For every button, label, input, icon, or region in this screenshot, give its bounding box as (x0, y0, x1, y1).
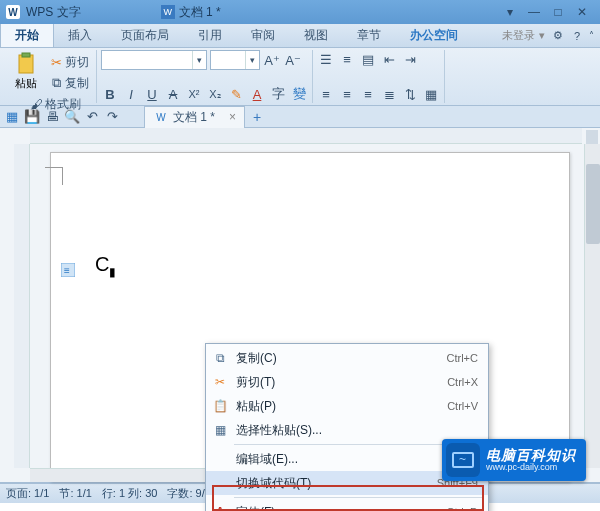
status-page[interactable]: 页面: 1/1 (6, 486, 49, 501)
scissors-icon: ✂ (212, 374, 228, 390)
login-area[interactable]: 未登录 ▾ ⚙ ? ˄ (496, 24, 600, 47)
dropdown-icon[interactable]: ▾ (498, 3, 522, 21)
shading-icon[interactable]: ▦ (422, 85, 440, 103)
equation-preview[interactable]: C▮ (95, 253, 116, 279)
tab-view[interactable]: 视图 (290, 24, 343, 47)
font-size-input[interactable] (211, 51, 245, 69)
superscript-icon[interactable]: X² (185, 85, 203, 103)
side-handle[interactable] (586, 130, 598, 144)
ctx-copy-shortcut: Ctrl+C (447, 352, 478, 364)
svg-rect-1 (22, 53, 30, 57)
document-area: ≡ C▮ ⧉ 复制(C) Ctrl+C ✂ 剪切(T) Ctrl+X 📋 粘贴(… (0, 128, 600, 483)
highlight-icon[interactable]: ✎ (227, 85, 245, 103)
italic-icon[interactable]: I (122, 85, 140, 103)
font-color-icon[interactable]: A (248, 85, 266, 103)
eq-base: C (95, 253, 109, 275)
margin-corner-icon (45, 167, 63, 185)
tab-section[interactable]: 章节 (343, 24, 396, 47)
phonetic-icon[interactable]: 變 (290, 85, 308, 103)
redo-icon[interactable]: ↷ (104, 109, 120, 125)
ctx-paste[interactable]: 📋 粘贴(P) Ctrl+V (206, 394, 488, 418)
align-left-icon[interactable]: ≡ (317, 85, 335, 103)
font-family-select[interactable]: ▾ (101, 50, 207, 70)
ctx-toggle-field-label: 切换域代码(T) (236, 475, 311, 492)
cut-button[interactable]: ✂ 剪切 (44, 52, 92, 72)
ctx-copy[interactable]: ⧉ 复制(C) Ctrl+C (206, 346, 488, 370)
numbered-list-icon[interactable]: ≡ (338, 50, 356, 68)
vertical-ruler[interactable] (14, 144, 30, 468)
maximize-button[interactable]: □ (546, 3, 570, 21)
indent-right-icon[interactable]: ⇥ (401, 50, 419, 68)
undo-icon[interactable]: ↶ (84, 109, 100, 125)
align-right-icon[interactable]: ≡ (359, 85, 377, 103)
increase-font-icon[interactable]: A⁺ (263, 51, 281, 69)
copy-button[interactable]: ⧉ 复制 (44, 73, 92, 93)
line-spacing-icon[interactable]: ⇅ (401, 85, 419, 103)
char-shading-icon[interactable]: 字 (269, 85, 287, 103)
copy-icon: ⧉ (212, 350, 228, 366)
decrease-font-icon[interactable]: A⁻ (284, 51, 302, 69)
help-icon[interactable]: ? (569, 28, 585, 44)
font-family-input[interactable] (102, 51, 192, 69)
quick-access-bar: ▦ 💾 🖶 🔍 ↶ ↷ W 文档 1 * × + (0, 106, 600, 128)
underline-icon[interactable]: U (143, 85, 161, 103)
document-icon: W (161, 5, 175, 19)
settings-icon[interactable]: ⚙ (553, 29, 563, 42)
ctx-paste-shortcut: Ctrl+V (447, 400, 478, 412)
multilevel-icon[interactable]: ▤ (359, 50, 377, 68)
svg-text:≡: ≡ (64, 265, 70, 276)
clipboard-group: 粘贴 ✂ 剪切 ⧉ 复制 🖌 格式刷 (4, 50, 97, 103)
tab-review[interactable]: 审阅 (237, 24, 290, 47)
collapse-ribbon-icon[interactable]: ˄ (589, 30, 594, 41)
dropdown-icon[interactable]: ▾ (192, 51, 206, 69)
horizontal-ruler[interactable] (30, 128, 582, 144)
indent-left-icon[interactable]: ⇤ (380, 50, 398, 68)
watermark-icon (446, 443, 480, 477)
login-dropdown-icon: ▾ (539, 29, 545, 42)
ctx-font-shortcut: Ctrl+D (447, 506, 478, 511)
close-button[interactable]: ✕ (570, 3, 594, 21)
add-tab-button[interactable]: + (253, 109, 261, 125)
dropdown-icon[interactable]: ▾ (245, 51, 259, 69)
minimize-button[interactable]: — (522, 3, 546, 21)
context-menu: ⧉ 复制(C) Ctrl+C ✂ 剪切(T) Ctrl+X 📋 粘贴(P) Ct… (205, 343, 489, 511)
ctx-cut-label: 剪切(T) (236, 374, 275, 391)
ctx-font-label: 字体(F)... (236, 504, 285, 512)
paste-icon: 📋 (212, 398, 228, 414)
tab-insert[interactable]: 插入 (54, 24, 107, 47)
document-title: 文档 1 * (179, 4, 221, 21)
align-center-icon[interactable]: ≡ (338, 85, 356, 103)
close-tab-icon[interactable]: × (229, 110, 236, 124)
status-section[interactable]: 节: 1/1 (59, 486, 91, 501)
vertical-scrollbar[interactable] (584, 144, 600, 468)
tab-page-layout[interactable]: 页面布局 (107, 24, 184, 47)
bullet-list-icon[interactable]: ☰ (317, 50, 335, 68)
ctx-copy-label: 复制(C) (236, 350, 277, 367)
paste-icon (14, 52, 38, 76)
justify-icon[interactable]: ≣ (380, 85, 398, 103)
subscript-icon[interactable]: X₂ (206, 85, 224, 103)
ctx-edit-field-label: 编辑域(E)... (236, 451, 298, 468)
equation-anchor-icon: ≡ (61, 263, 75, 277)
new-icon[interactable]: ▦ (4, 109, 20, 125)
scroll-thumb[interactable] (586, 164, 600, 244)
document-tab[interactable]: W 文档 1 * × (144, 106, 245, 128)
ctx-font[interactable]: A 字体(F)... Ctrl+D (206, 500, 488, 511)
ribbon: 粘贴 ✂ 剪切 ⧉ 复制 🖌 格式刷 ▾ ▾ (0, 48, 600, 106)
print-icon[interactable]: 🖶 (44, 109, 60, 125)
document-tab-title: 文档 1 * (173, 109, 215, 126)
bold-icon[interactable]: B (101, 85, 119, 103)
ctx-cut[interactable]: ✂ 剪切(T) Ctrl+X (206, 370, 488, 394)
strike-icon[interactable]: A (164, 85, 182, 103)
title-bar: W WPS 文字 W 文档 1 * ▾ — □ ✕ (0, 0, 600, 24)
save-icon[interactable]: 💾 (24, 109, 40, 125)
font-size-select[interactable]: ▾ (210, 50, 260, 70)
document-tabs: W 文档 1 * × + (144, 106, 261, 128)
tab-references[interactable]: 引用 (184, 24, 237, 47)
tab-start[interactable]: 开始 (0, 24, 54, 47)
paste-label: 粘贴 (15, 76, 37, 91)
tab-office-space[interactable]: 办公空间 (396, 24, 473, 47)
ctx-cut-shortcut: Ctrl+X (447, 376, 478, 388)
print-preview-icon[interactable]: 🔍 (64, 109, 80, 125)
status-row-col[interactable]: 行: 1 列: 30 (102, 486, 158, 501)
